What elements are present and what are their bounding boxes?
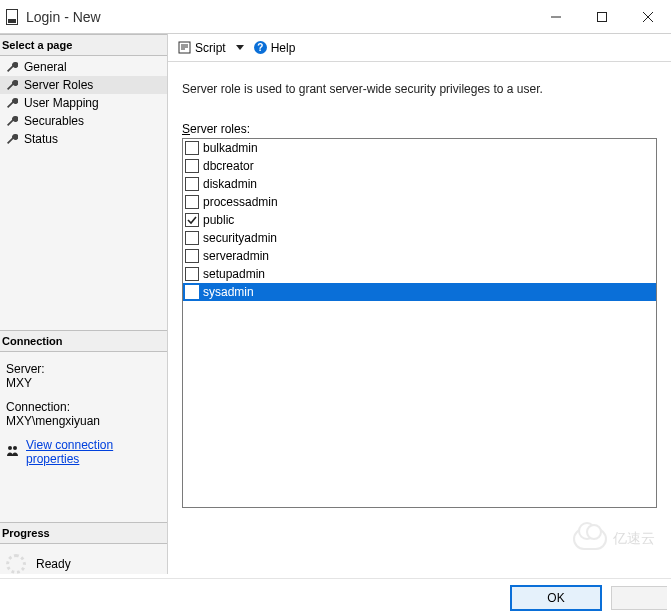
wrench-icon xyxy=(6,97,18,109)
wrench-icon xyxy=(6,61,18,73)
script-label: Script xyxy=(195,41,226,55)
svg-rect-1 xyxy=(598,12,607,21)
maximize-button[interactable] xyxy=(579,1,625,33)
connection-section: Server: MXY Connection: MXY\mengxiyuan V… xyxy=(0,352,167,472)
page-nav-label: General xyxy=(24,60,67,74)
page-nav-label: Server Roles xyxy=(24,78,93,92)
left-panel: Select a page GeneralServer RolesUser Ma… xyxy=(0,34,168,574)
watermark-text: 亿速云 xyxy=(613,530,655,548)
role-row-setupadmin[interactable]: setupadmin xyxy=(183,265,656,283)
role-checkbox[interactable] xyxy=(185,231,199,245)
app-icon xyxy=(6,9,18,25)
wrench-icon xyxy=(6,115,18,127)
server-roles-listbox[interactable]: bulkadmindbcreatordiskadminprocessadminp… xyxy=(182,138,657,508)
help-label: Help xyxy=(271,41,296,55)
view-connection-properties-link[interactable]: View connection properties xyxy=(26,438,161,466)
svg-point-4 xyxy=(8,446,12,450)
close-button[interactable] xyxy=(625,1,671,33)
cloud-icon xyxy=(573,528,607,550)
window-controls xyxy=(533,1,671,33)
role-row-securityadmin[interactable]: securityadmin xyxy=(183,229,656,247)
help-icon: ? xyxy=(254,41,267,54)
progress-status: Ready xyxy=(36,557,71,571)
connection-header: Connection xyxy=(0,330,167,352)
progress-header: Progress xyxy=(0,522,167,544)
role-row-sysadmin[interactable]: sysadmin xyxy=(183,283,656,301)
script-button[interactable]: Script xyxy=(178,41,226,55)
role-row-serveradmin[interactable]: serveradmin xyxy=(183,247,656,265)
wrench-icon xyxy=(6,133,18,145)
server-label: Server: xyxy=(6,362,161,376)
svg-point-5 xyxy=(13,446,17,450)
role-checkbox[interactable] xyxy=(185,177,199,191)
select-page-header: Select a page xyxy=(0,34,167,56)
toolbar: Script ? Help xyxy=(168,34,671,62)
titlebar: Login - New xyxy=(0,0,671,34)
page-nav-item-general[interactable]: General xyxy=(0,58,167,76)
right-panel: Script ? Help Server role is used to gra… xyxy=(168,34,671,574)
ok-button[interactable]: OK xyxy=(511,586,601,610)
role-name: securityadmin xyxy=(203,231,277,245)
page-nav-label: Status xyxy=(24,132,58,146)
truncated-button[interactable] xyxy=(611,586,667,610)
page-nav: GeneralServer RolesUser MappingSecurable… xyxy=(0,56,167,150)
role-name: bulkadmin xyxy=(203,141,258,155)
role-name: processadmin xyxy=(203,195,278,209)
page-nav-item-server-roles[interactable]: Server Roles xyxy=(0,76,167,94)
role-checkbox[interactable] xyxy=(185,141,199,155)
role-name: diskadmin xyxy=(203,177,257,191)
page-nav-label: User Mapping xyxy=(24,96,99,110)
page-nav-item-status[interactable]: Status xyxy=(0,130,167,148)
page-nav-item-securables[interactable]: Securables xyxy=(0,112,167,130)
server-value: MXY xyxy=(6,376,161,390)
content-area: Server role is used to grant server-wide… xyxy=(168,62,671,520)
connection-label: Connection: xyxy=(6,400,161,414)
connection-value: MXY\mengxiyuan xyxy=(6,414,161,428)
window-title: Login - New xyxy=(26,9,101,25)
description-text: Server role is used to grant server-wide… xyxy=(182,82,657,96)
footer: OK xyxy=(0,578,671,616)
server-roles-label: Server roles: xyxy=(182,122,657,136)
role-row-processadmin[interactable]: processadmin xyxy=(183,193,656,211)
role-name: setupadmin xyxy=(203,267,265,281)
role-checkbox[interactable] xyxy=(185,249,199,263)
progress-section: Ready xyxy=(0,544,167,574)
minimize-button[interactable] xyxy=(533,1,579,33)
progress-spinner-icon xyxy=(6,554,26,574)
people-icon xyxy=(6,444,20,461)
role-row-dbcreator[interactable]: dbcreator xyxy=(183,157,656,175)
ok-label: OK xyxy=(547,591,564,605)
role-name: dbcreator xyxy=(203,159,254,173)
role-checkbox[interactable] xyxy=(185,159,199,173)
page-nav-label: Securables xyxy=(24,114,84,128)
wrench-icon xyxy=(6,79,18,91)
role-checkbox[interactable] xyxy=(185,285,199,299)
help-button[interactable]: ? Help xyxy=(254,41,296,55)
role-row-diskadmin[interactable]: diskadmin xyxy=(183,175,656,193)
role-row-public[interactable]: public xyxy=(183,211,656,229)
role-name: serveradmin xyxy=(203,249,269,263)
watermark: 亿速云 xyxy=(573,528,655,550)
dialog-body: Select a page GeneralServer RolesUser Ma… xyxy=(0,34,671,574)
role-name: public xyxy=(203,213,234,227)
role-checkbox[interactable] xyxy=(185,195,199,209)
role-checkbox[interactable] xyxy=(185,267,199,281)
role-row-bulkadmin[interactable]: bulkadmin xyxy=(183,139,656,157)
role-name: sysadmin xyxy=(203,285,254,299)
role-checkbox[interactable] xyxy=(185,213,199,227)
page-nav-item-user-mapping[interactable]: User Mapping xyxy=(0,94,167,112)
script-dropdown-arrow[interactable] xyxy=(236,45,244,50)
